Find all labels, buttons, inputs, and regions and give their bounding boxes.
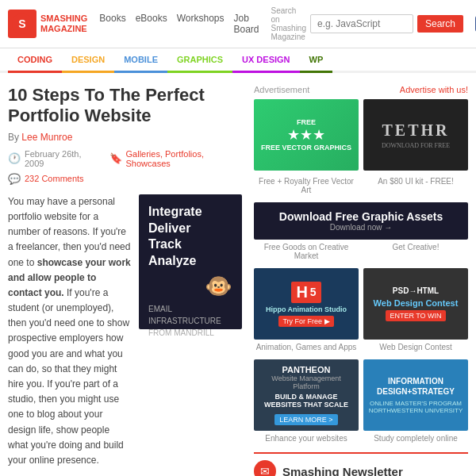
nav-wp[interactable]: WP: [300, 48, 333, 73]
pantheon-caption: Enhance your websites: [254, 434, 359, 443]
hippo-caption: Animation, Games and Apps: [254, 343, 359, 351]
mandrill-ad-sub: EMAIL INFRASTRUCTUREFROM MANDRILL: [148, 303, 232, 339]
newsletter-title: Smashing Newsletter: [282, 465, 403, 477]
body-text2: If you're a student (or unemployed), the…: [8, 287, 129, 466]
clock-icon: 🕐: [8, 152, 21, 164]
ad-grid-middle: H5 Hippo Animation Studio Try For Free ▶…: [254, 268, 468, 340]
mandrill-ad[interactable]: IntegrateDeliverTrackAnalyze 🐵 EMAIL INF…: [139, 194, 242, 329]
pantheon-body: BUILD & MANAGE WEBSITES THAT SCALE: [259, 393, 354, 409]
inline-ad[interactable]: IntegrateDeliverTrackAnalyze 🐵 EMAIL INF…: [139, 194, 242, 468]
hippo-cta[interactable]: Try For Free ▶: [278, 316, 333, 327]
nav-coding[interactable]: CODING: [8, 48, 62, 73]
tethr-ad[interactable]: TETHR DOWNLOAD FOR FREE: [363, 99, 468, 171]
nav-books[interactable]: Books: [99, 13, 125, 35]
tethr-sub: DOWNLOAD FOR FREE: [382, 142, 450, 149]
wd-badge[interactable]: ENTER TO WIN: [386, 310, 445, 321]
category-meta: 🔖 Galleries, Portfolios, Showcases: [109, 149, 242, 168]
category-link[interactable]: Galleries, Portfolios, Showcases: [126, 149, 242, 168]
bookmark-icon: 🔖: [109, 152, 122, 164]
info-sub: ONLINE MASTER'S PROGRAM NORTHWESTERN UNI…: [368, 400, 463, 414]
svg-text:S: S: [18, 17, 25, 30]
comments-link[interactable]: 232 Comments: [25, 174, 84, 183]
smashing-logo-icon: S: [8, 10, 36, 38]
pantheon-btn[interactable]: LEARN MORE >: [274, 414, 337, 425]
article-body: You may have a personal portfolio websit…: [8, 194, 242, 468]
nav-workshops[interactable]: Workshops: [177, 13, 225, 35]
hippo-h5-badge: H5: [291, 282, 321, 303]
info-design-ad[interactable]: INFORMATION DESIGN+STRATEGY ONLINE MASTE…: [363, 359, 468, 431]
wd-label: PSD→HTML: [393, 286, 439, 295]
date-text: February 26th, 2009: [25, 149, 98, 168]
tethr-ad-caption: An $80 UI kit - FREE!: [363, 177, 468, 194]
nav-mobile[interactable]: MOBILE: [114, 48, 167, 73]
main-content: 10 Steps To The Perfect Portfolio Websit…: [0, 73, 476, 476]
graphic-assets-ad[interactable]: Download Free Graphic Assets Download no…: [254, 202, 468, 240]
hippo-title: Hippo Animation Studio: [266, 305, 347, 313]
nav-graphics[interactable]: GRAPHICS: [167, 48, 232, 73]
pantheon-title: PANTHEON: [282, 365, 331, 374]
graphic-assets-sub: Download now →: [262, 223, 460, 232]
nav-jobboard[interactable]: Job Board: [233, 13, 259, 35]
vector-graphics-ad[interactable]: FREE ★★★ FREE VECTOR GRAPHICS: [254, 99, 359, 171]
pantheon-sub: Website Management Platform: [259, 374, 354, 390]
sidebar-ad-label: Advertisement Advertise with us!: [254, 85, 468, 94]
header-nav: Books eBooks Workshops Job Board: [99, 13, 259, 35]
newsletter-section: ✉ Smashing Newsletter Subscribe to our e…: [254, 452, 468, 476]
nav-bar: CODING DESIGN MOBILE GRAPHICS UX DESIGN …: [0, 48, 476, 73]
logo-area[interactable]: S SMASHINGMAGAZINE: [8, 10, 87, 38]
graphic-assets-title: Download Free Graphic Assets: [262, 210, 460, 223]
ad-grid-top: FREE ★★★ FREE VECTOR GRAPHICS TETHR DOWN…: [254, 99, 468, 171]
search-area: Search on Smashing Magazine Search: [271, 6, 464, 41]
vector-ad-title: FREE VECTOR GRAPHICS: [261, 144, 351, 152]
newsletter-icon: ✉: [254, 460, 276, 476]
webdesign-contest-ad[interactable]: PSD→HTML Web Design Contest ENTER TO WIN: [363, 268, 468, 340]
nav-ebooks[interactable]: eBooks: [136, 13, 167, 35]
logo-text: SMASHINGMAGAZINE: [40, 13, 87, 34]
author-link[interactable]: Lee Munroe: [21, 132, 72, 143]
nav-uxdesign[interactable]: UX DESIGN: [232, 48, 300, 73]
newsletter-header: ✉ Smashing Newsletter: [254, 460, 468, 476]
search-button[interactable]: Search: [417, 15, 463, 33]
date-meta: 🕐 February 26th, 2009: [8, 149, 98, 168]
article-content: 10 Steps To The Perfect Portfolio Websit…: [8, 85, 242, 476]
comments-meta: 💬 232 Comments: [8, 173, 242, 185]
get-creative-caption: Get Creative!: [363, 243, 468, 260]
hippo-ad[interactable]: H5 Hippo Animation Studio Try For Free ▶: [254, 268, 359, 340]
nav-design[interactable]: DESIGN: [62, 48, 114, 73]
info-caption: Study completely online: [363, 434, 468, 443]
article-text: You may have a personal portfolio websit…: [8, 194, 131, 468]
search-input[interactable]: [310, 14, 413, 33]
ad-grid-bottom: PANTHEON Website Management Platform BUI…: [254, 359, 468, 431]
graphic-assets-caption: Free Goods on Creative Market: [254, 243, 359, 260]
sidebar: Advertisement Advertise with us! FREE ★★…: [254, 85, 468, 476]
comment-icon: 💬: [8, 173, 21, 185]
article-title: 10 Steps To The Perfect Portfolio Websit…: [8, 85, 242, 127]
ad-label-text: Advertisement: [254, 85, 309, 94]
mandrill-ad-title: IntegrateDeliverTrackAnalyze: [148, 204, 232, 270]
wd-caption: Web Design Contest: [363, 343, 468, 351]
wd-title: Web Design Contest: [374, 298, 459, 308]
info-title: INFORMATION DESIGN+STRATEGY: [368, 376, 463, 397]
pantheon-ad[interactable]: PANTHEON Website Management Platform BUI…: [254, 359, 359, 431]
advertise-link[interactable]: Advertise with us!: [400, 85, 468, 94]
byline: By Lee Munroe: [8, 132, 242, 143]
tethr-title: TETHR: [382, 121, 449, 140]
meta-row: 🕐 February 26th, 2009 🔖 Galleries, Portf…: [8, 149, 242, 168]
vector-ad-caption: Free + Royalty Free Vector Art: [254, 177, 359, 194]
header: S SMASHINGMAGAZINE Books eBooks Workshop…: [0, 0, 476, 48]
